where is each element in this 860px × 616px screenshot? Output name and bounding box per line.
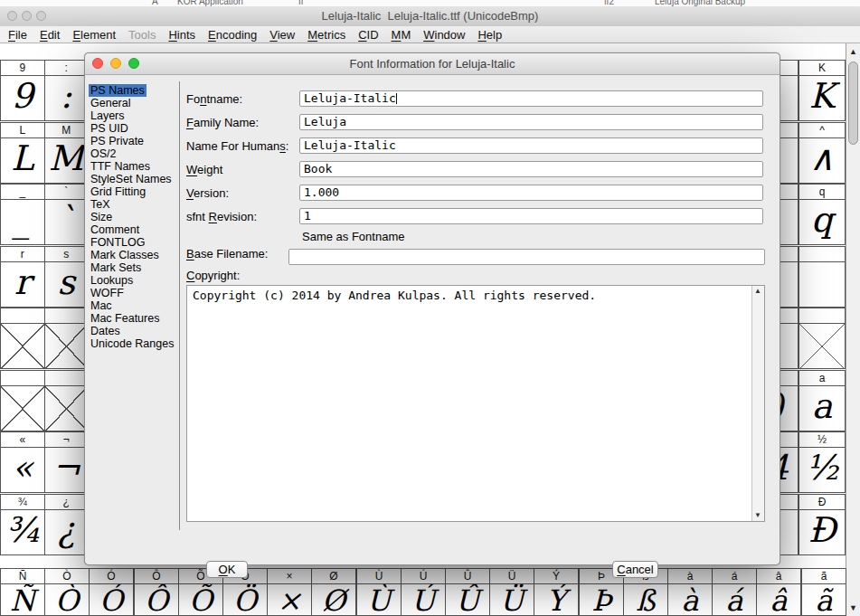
glyph-cell-blank-5-0[interactable] — [0, 370, 45, 431]
text-input-name-for-humans-[interactable]: Leluja-Italic — [299, 137, 763, 154]
grid-scrollbar[interactable]: ▲ ▼ — [846, 43, 860, 616]
glyph-cell--[interactable]: ÚÚ — [401, 568, 446, 616]
sidebar-item-ttf-names[interactable]: TTF Names — [89, 160, 177, 173]
sidebar-item-layers[interactable]: Layers — [89, 109, 177, 122]
glyph-cell-q-r2[interactable]: qq — [799, 184, 846, 245]
menu-view[interactable]: View — [269, 28, 295, 42]
glyph-cell--[interactable]: ØØ — [311, 568, 356, 616]
glyph-cell-partial-6[interactable]: 4 — [780, 431, 799, 493]
dialog-zoom-icon[interactable] — [128, 58, 139, 69]
glyph-cell-blank-5-1[interactable] — [44, 370, 90, 431]
sidebar-item-mark-classes[interactable]: Mark Classes — [89, 249, 177, 261]
copyright-scrollbar[interactable]: ▲ ▼ — [751, 286, 764, 521]
glyph-cell--[interactable]: ÜÜ — [489, 568, 534, 616]
glyph-cell--[interactable]: ÙÙ — [356, 568, 402, 616]
sidebar-item-size[interactable]: Size — [89, 211, 177, 223]
sidebar-item-mac-features[interactable]: Mac Features — [89, 312, 177, 325]
menu-file[interactable]: File — [8, 28, 27, 42]
glyph-cell--[interactable]: ÔÔ — [134, 568, 179, 616]
sidebar-item-woff[interactable]: WOFF — [89, 287, 177, 299]
glyph-cell---r7[interactable]: ÐÐ — [799, 494, 846, 555]
glyph-cell---2-0[interactable]: __ — [0, 184, 45, 245]
glyph-cell--[interactable]: ÓÓ — [89, 568, 134, 616]
glyph-cell---6-0[interactable]: «« — [0, 431, 45, 493]
sidebar-item-os-2[interactable]: OS/2 — [89, 147, 177, 160]
glyph-cell-a-r5[interactable]: aa — [799, 370, 846, 431]
glyph-cell-blank-r3[interactable] — [799, 246, 846, 308]
dialog-close-icon[interactable] — [92, 58, 103, 69]
main-window-titlebar[interactable]: Leluja-Italic Leluja-Italic.ttf (Unicode… — [0, 6, 860, 27]
menu-cid[interactable]: CID — [358, 28, 378, 42]
scroll-up-icon[interactable]: ▲ — [846, 45, 860, 58]
sidebar-item-fontlog[interactable]: FONTLOG — [89, 236, 177, 249]
glyph-cell---2-1[interactable]: `` — [44, 184, 90, 245]
glyph-cell-partial-5[interactable]: ) — [780, 370, 799, 431]
ok-button[interactable]: OK — [206, 561, 248, 578]
text-input-family-name-[interactable]: Leluja — [299, 114, 763, 130]
sidebar-item-ps-uid[interactable]: PS UID — [89, 122, 177, 135]
glyph-cell-k-r0[interactable]: KK — [799, 60, 846, 121]
glyph-cell---7-0[interactable]: ¾¾ — [0, 494, 45, 555]
menu-mm[interactable]: MM — [392, 28, 411, 42]
glyph-cell-blank-4-0[interactable] — [0, 308, 45, 369]
menu-encoding[interactable]: Encoding — [208, 28, 257, 42]
glyph-cell-partial-4[interactable] — [780, 308, 799, 369]
glyph-cell-r-3-0[interactable]: rr — [0, 246, 45, 308]
copyright-textarea[interactable]: Copyright (c) 2014 by Andrea Kulpas. All… — [186, 285, 765, 522]
glyph-cell--[interactable]: àà — [667, 568, 713, 616]
glyph-cell--[interactable]: ãã — [801, 568, 846, 616]
glyph-cell--[interactable]: ÝÝ — [534, 568, 579, 616]
cancel-button[interactable]: Cancel — [612, 561, 658, 578]
glyph-cell---6-1[interactable]: ¬¬ — [44, 431, 90, 493]
menu-element[interactable]: Element — [72, 28, 116, 42]
menu-metrics[interactable]: Metrics — [307, 28, 345, 42]
glyph-cell-s-3-1[interactable]: ss — [44, 246, 90, 308]
glyph-cell-partial-1[interactable] — [780, 122, 799, 184]
glyph-cell---7-1[interactable]: ¿¿ — [44, 494, 90, 555]
glyph-cell---r1[interactable]: ^∧ — [799, 122, 846, 184]
menu-edit[interactable]: Edit — [40, 28, 60, 42]
copyright-scroll-down-icon[interactable]: ▼ — [752, 510, 763, 521]
glyph-cell--[interactable]: ÑÑ — [0, 568, 45, 616]
scrollbar-thumb[interactable] — [848, 62, 858, 145]
sidebar-item-unicode-ranges[interactable]: Unicode Ranges — [89, 337, 177, 350]
sidebar-item-dates[interactable]: Dates — [89, 325, 177, 337]
menu-help[interactable]: Help — [477, 28, 502, 42]
sidebar-item-styleset-names[interactable]: StyleSet Names — [89, 173, 177, 185]
text-input-version-[interactable]: 1.000 — [299, 185, 763, 201]
glyph-cell-l-1-0[interactable]: LL — [0, 122, 45, 184]
sidebar-item-tex[interactable]: TeX — [89, 198, 177, 211]
menu-window[interactable]: Window — [423, 28, 465, 42]
glyph-cell-blank-r4[interactable] — [799, 308, 846, 369]
glyph-cell-m-1-1[interactable]: MM — [44, 122, 90, 184]
menu-hints[interactable]: Hints — [168, 28, 195, 42]
sidebar-item-ps-names[interactable]: PS Names — [89, 84, 177, 97]
glyph-cell--[interactable]: ×× — [267, 568, 312, 616]
glyph-cell-partial-3[interactable] — [780, 246, 799, 308]
glyph-cell-9-0-0[interactable]: 99 — [0, 60, 45, 121]
glyph-cell--[interactable]: ÛÛ — [445, 568, 490, 616]
glyph-cell--[interactable]: áá — [712, 568, 757, 616]
glyph-cell-partial-7[interactable] — [780, 494, 799, 555]
glyph-cell-blank-4-1[interactable] — [44, 308, 90, 369]
glyph-cell--[interactable]: ââ — [756, 568, 801, 616]
dialog-minimize-icon[interactable] — [110, 58, 121, 69]
glyph-cell---0-1[interactable]: :: — [44, 60, 90, 121]
sidebar-item-comment[interactable]: Comment — [89, 223, 177, 236]
glyph-cell-partial-0[interactable] — [780, 60, 799, 121]
copyright-scroll-up-icon[interactable]: ▲ — [752, 286, 763, 297]
glyph-cell--[interactable]: ÒÒ — [44, 568, 90, 616]
sidebar-item-grid-fitting[interactable]: Grid Fitting — [89, 185, 177, 198]
scroll-down-icon[interactable]: ▼ — [846, 602, 860, 614]
sidebar-item-mark-sets[interactable]: Mark Sets — [89, 261, 177, 274]
glyph-cell---r6[interactable]: ½½ — [799, 431, 846, 493]
sidebar-item-lookups[interactable]: Lookups — [89, 274, 177, 287]
text-input-sfnt-revision-[interactable]: 1 — [299, 208, 763, 224]
sidebar-item-mac[interactable]: Mac — [89, 299, 177, 312]
text-input-weight[interactable]: Book — [299, 161, 763, 177]
base-filename-input[interactable] — [288, 249, 765, 265]
sidebar-item-ps-private[interactable]: PS Private — [89, 135, 177, 147]
glyph-cell-partial-2[interactable] — [780, 184, 799, 245]
text-input-fontname-[interactable]: Leluja-Italic — [299, 90, 763, 107]
sidebar-item-general[interactable]: General — [89, 97, 177, 109]
